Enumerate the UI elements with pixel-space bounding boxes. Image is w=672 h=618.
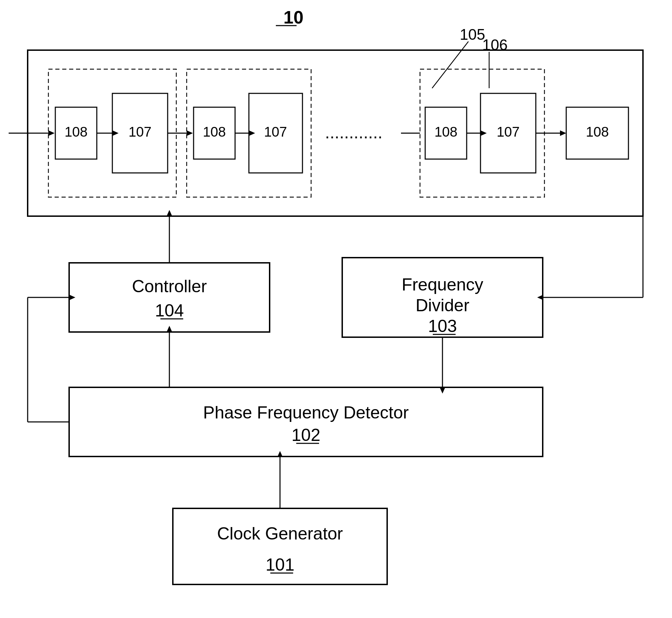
svg-text:103: 103 [428,316,457,336]
svg-marker-37 [537,295,543,300]
diagram-title: 10 [283,7,304,27]
svg-rect-27 [69,263,270,332]
diagram-container: 10 105 106 108 107 108 107 ............ [0,0,672,618]
ref-105-label: 105 [460,26,485,43]
svg-marker-53 [277,451,283,457]
clock-gen-ref: 101 [265,555,294,574]
block-107a: 107 [129,124,152,139]
ellipsis: ............ [325,123,383,142]
freq-divider2-label: Divider [416,296,469,315]
svg-marker-5 [48,130,55,136]
svg-marker-12 [187,130,193,136]
svg-text:101: 101 [265,555,294,574]
svg-text:104: 104 [155,301,184,320]
controller-label: Controller [132,277,207,296]
block-107c: 107 [497,124,520,139]
block-107b: 107 [264,124,287,139]
freq-divider-ref: 103 [428,316,457,336]
controller-ref-label: 104 [155,301,184,320]
svg-line-1 [432,41,468,88]
freq-divider-label: Frequency [402,275,483,294]
block-108b: 108 [203,124,226,139]
svg-marker-25 [560,130,566,136]
svg-marker-22 [480,130,487,136]
svg-marker-9 [112,130,119,136]
svg-text:102: 102 [291,425,320,445]
svg-marker-42 [167,326,172,332]
svg-marker-16 [249,130,255,136]
clock-gen-label: Clock Generator [217,524,343,543]
svg-marker-31 [167,210,172,216]
svg-marker-44 [440,387,445,394]
svg-marker-48 [69,295,75,300]
block-108a: 108 [65,124,88,139]
pfd-ref: 102 [291,425,320,445]
block-108d: 108 [586,124,609,139]
block-108c: 108 [435,124,458,139]
pfd-label: Phase Frequency Detector [203,403,409,422]
